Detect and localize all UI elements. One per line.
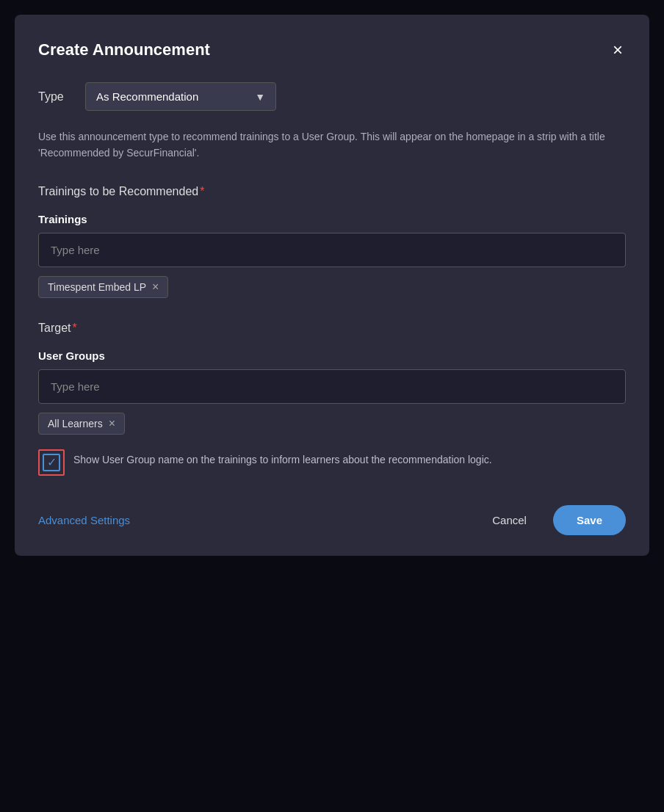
modal-title: Create Announcement [38,40,210,59]
training-tag-remove-button[interactable]: × [152,281,159,293]
trainings-input[interactable] [38,233,626,267]
user-groups-section: User Groups All Learners × [38,349,626,435]
checkbox-outer-wrapper: ✓ [38,449,65,476]
close-button[interactable]: × [610,38,626,62]
cancel-button[interactable]: Cancel [477,507,541,534]
user-group-tag: All Learners × [38,413,125,435]
target-section-title: Target* [38,322,626,335]
modal-footer: Advanced Settings Cancel Save [38,505,626,535]
user-group-tag-remove-button[interactable]: × [109,418,115,429]
type-select-value: As Recommendation [96,90,198,103]
description-text: Use this announcement type to recommend … [38,128,626,162]
type-row: Type As Recommendation ▼ [38,82,626,111]
trainings-section-title: Trainings to be Recommended* [38,185,626,198]
user-group-tag-label: All Learners [48,418,103,429]
training-tag-label: Timespent Embed LP [48,281,146,293]
modal-dialog: Create Announcement × Type As Recommenda… [15,15,649,556]
trainings-tag-container: Timespent Embed LP × [38,276,626,298]
footer-action-buttons: Cancel Save [477,505,626,535]
modal-header: Create Announcement × [38,38,626,62]
user-groups-input[interactable] [38,369,626,404]
save-button[interactable]: Save [553,505,626,535]
target-section: Target* User Groups All Learners × ✓ [38,322,626,476]
chevron-down-icon: ▼ [255,91,265,103]
user-groups-tag-container: All Learners × [38,413,626,435]
trainings-field-label: Trainings [38,213,626,225]
trainings-section: Trainings to be Recommended* Trainings T… [38,185,626,298]
checkmark-icon: ✓ [47,457,57,468]
modal-overlay: Create Announcement × Type As Recommenda… [0,0,664,812]
checkbox-label-text: Show User Group name on the trainings to… [73,449,492,468]
checkbox-row: ✓ Show User Group name on the trainings … [38,449,626,476]
user-groups-field-label: User Groups [38,349,626,362]
training-tag: Timespent Embed LP × [38,276,168,298]
type-label: Type [38,90,73,104]
advanced-settings-button[interactable]: Advanced Settings [38,514,130,526]
type-select-dropdown[interactable]: As Recommendation ▼ [85,82,276,111]
show-user-group-checkbox[interactable]: ✓ [43,454,60,471]
